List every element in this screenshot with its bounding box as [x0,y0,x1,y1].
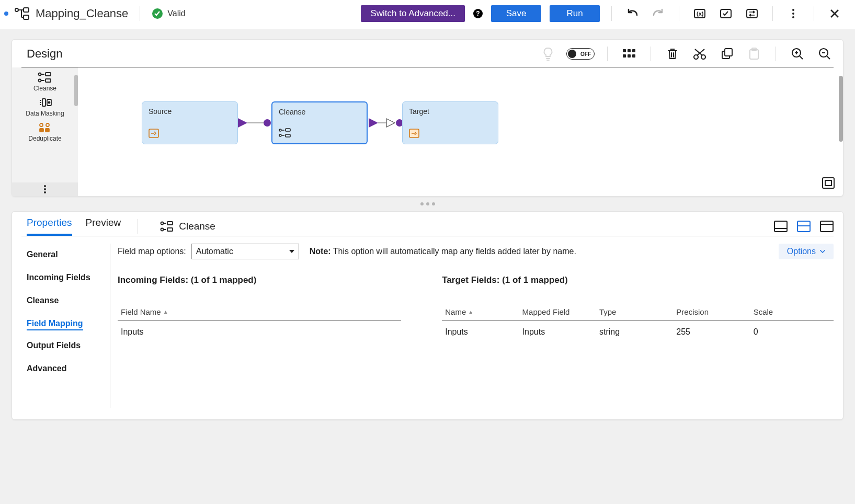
node-label: Cleanse [279,108,360,116]
svg-rect-15 [628,54,631,58]
design-panel: Design OFF Cleanse [12,39,843,197]
palette-more-button[interactable] [12,182,78,196]
run-button[interactable]: Run [550,5,600,22]
auto-layout-toggle[interactable]: OFF [566,48,595,60]
col-header-precision[interactable]: Precision [676,307,753,316]
options-button[interactable]: Options [779,244,834,259]
zoom-out-button[interactable] [816,46,834,62]
flow-node-source[interactable]: Source [142,101,238,144]
help-icon[interactable]: ? [473,9,483,18]
svg-point-33 [46,123,49,127]
cleanse-icon [279,128,291,139]
close-button[interactable] [826,6,843,21]
cell-scale: 0 [754,327,830,337]
svg-point-0 [15,8,18,12]
palette-label: Cleanse [33,85,56,92]
palette-item-cleanse[interactable]: Cleanse [12,70,78,94]
layout-split-button[interactable] [797,221,811,232]
source-icon [149,129,159,140]
parameters-button[interactable]: (x) [691,6,709,21]
separator [772,6,773,21]
col-header-scale[interactable]: Scale [754,307,830,316]
palette-item-deduplicate[interactable]: Deduplicate [12,120,78,144]
inout-params-button[interactable] [743,6,761,21]
properties-side-nav: General Incoming Fields Cleanse Field Ma… [27,244,110,408]
svg-point-25 [39,73,41,76]
sidenav-incoming-fields[interactable]: Incoming Fields [27,270,110,285]
svg-point-31 [49,102,50,104]
field-map-options-select[interactable]: Automatic [191,244,299,259]
panel-splitter[interactable] [12,202,843,206]
sidenav-field-mapping[interactable]: Field Mapping [27,316,83,330]
layout-bottom-button[interactable] [774,221,788,232]
svg-rect-50 [286,134,290,137]
undo-button[interactable] [623,6,641,21]
separator [651,47,651,61]
svg-rect-27 [45,73,51,76]
palette-item-data-masking[interactable]: Data Masking [12,95,78,119]
minimap-button[interactable] [822,177,835,189]
more-menu-button[interactable] [784,6,802,21]
layout-top-button[interactable] [820,221,834,232]
cleanse-icon [38,72,52,83]
tab-preview[interactable]: Preview [86,217,121,236]
tab-properties[interactable]: Properties [27,217,72,236]
col-header-field-name[interactable]: Field Name▲ [121,307,398,316]
canvas-scrollbar[interactable] [839,76,843,142]
incoming-fields-table: Field Name▲ Inputs [118,303,401,343]
table-row[interactable]: Inputs [118,321,401,343]
deduplicate-icon [38,122,52,133]
flow-node-cleanse[interactable]: Cleanse [271,101,368,144]
svg-point-53 [161,228,164,231]
cell-precision: 255 [676,327,753,337]
validation-status: Valid [152,8,185,19]
separator [679,6,679,21]
arrange-grid-button[interactable] [620,46,638,62]
delete-button[interactable] [664,46,681,62]
cleanse-icon [160,221,174,232]
select-value: Automatic [196,247,233,256]
cut-button[interactable] [691,46,709,62]
sidenav-advanced[interactable]: Advanced [27,361,110,376]
separator [138,219,138,234]
svg-point-10 [792,16,794,18]
unsaved-dot-icon [4,12,8,16]
mapping-canvas[interactable]: Source Cleanse Target [78,67,843,196]
save-button[interactable]: Save [491,5,541,22]
zoom-in-button[interactable] [789,46,806,62]
copy-button[interactable] [718,46,736,62]
col-header-mapped-field[interactable]: Mapped Field [522,307,599,316]
svg-rect-2 [24,15,29,19]
palette-scrollbar[interactable] [74,75,78,106]
svg-point-38 [44,191,46,193]
transformation-palette: Cleanse Data Masking Deduplicate [12,67,78,196]
toolbar-left: Mapping_Cleanse [4,7,128,20]
svg-rect-12 [628,49,631,52]
field-map-options-label: Field map options: [118,247,186,256]
svg-rect-49 [286,129,290,131]
col-header-type[interactable]: Type [599,307,676,316]
svg-rect-11 [623,49,626,52]
svg-point-32 [40,123,43,127]
incoming-fields-title: Incoming Fields: (1 of 1 mapped) [118,275,401,285]
col-header-name[interactable]: Name▲ [445,307,522,316]
svg-rect-7 [747,9,757,18]
svg-marker-44 [386,119,395,127]
incoming-fields-section: Incoming Fields: (1 of 1 mapped) Field N… [118,275,401,343]
top-toolbar: Mapping_Cleanse Valid Switch to Advanced… [0,0,855,30]
svg-point-47 [279,129,281,131]
mapping-icon [15,7,29,20]
svg-text:(x): (x) [697,10,704,17]
sidenav-output-fields[interactable]: Output Fields [27,338,110,353]
table-row[interactable]: Inputs Inputs string 255 0 [442,321,834,343]
flow-node-target[interactable]: Target [402,101,498,144]
cell-field-name: Inputs [121,327,398,337]
sidenav-cleanse[interactable]: Cleanse [27,293,110,308]
svg-point-52 [161,222,164,225]
switch-to-advanced-button[interactable]: Switch to Advanced... [361,5,465,22]
validate-button[interactable] [717,6,735,21]
svg-rect-29 [42,99,45,106]
separator [140,6,140,21]
sidenav-general[interactable]: General [27,247,110,262]
svg-rect-1 [24,8,29,12]
